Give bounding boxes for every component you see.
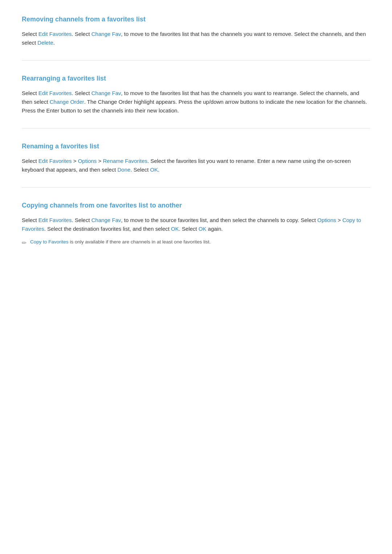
highlight-term: Copy to Favorites xyxy=(22,217,361,232)
section-renaming-favorites: Renaming a favorites listSelect Edit Fav… xyxy=(22,141,370,174)
highlight-term: OK xyxy=(150,167,158,173)
highlight-term: Options xyxy=(78,158,97,164)
section-removing-channels: Removing channels from a favorites listS… xyxy=(22,15,370,47)
section-body-removing-channels: Select Edit Favorites. Select Change Fav… xyxy=(22,30,370,47)
chevron-icon: > xyxy=(338,217,341,223)
section-divider xyxy=(22,128,370,128)
highlight-term: Options xyxy=(317,217,336,223)
section-title-rearranging-favorites: Rearranging a favorites list xyxy=(22,74,370,84)
section-title-copying-channels: Copying channels from one favorites list… xyxy=(22,201,370,211)
highlight-term: Delete xyxy=(37,40,53,46)
main-content: Removing channels from a favorites listS… xyxy=(22,15,370,247)
highlight-term: OK xyxy=(171,226,179,232)
section-copying-channels: Copying channels from one favorites list… xyxy=(22,201,370,248)
section-title-renaming-favorites: Renaming a favorites list xyxy=(22,141,370,152)
note-highlight-term: Copy to Favorites xyxy=(30,239,69,245)
chevron-icon: > xyxy=(73,158,77,164)
highlight-term: Edit Favorites xyxy=(38,90,72,96)
highlight-term: Edit Favorites xyxy=(38,217,72,223)
chevron-icon: > xyxy=(98,158,102,164)
highlight-term: Edit Favorites xyxy=(38,158,72,164)
highlight-term: Change Order xyxy=(50,99,84,105)
section-body-rearranging-favorites: Select Edit Favorites. Select Change Fav… xyxy=(22,89,370,115)
highlight-term: Edit Favorites xyxy=(38,31,72,37)
section-body-copying-channels: Select Edit Favorites. Select Change Fav… xyxy=(22,216,370,233)
section-divider xyxy=(22,60,370,61)
note-block: ✏Copy to Favorites is only available if … xyxy=(22,238,370,248)
pencil-icon: ✏ xyxy=(22,239,26,248)
section-title-removing-channels: Removing channels from a favorites list xyxy=(22,15,370,25)
section-body-renaming-favorites: Select Edit Favorites > Options > Rename… xyxy=(22,157,370,174)
highlight-term: Change Fav xyxy=(91,90,121,96)
highlight-term: Rename Favorites xyxy=(103,158,147,164)
note-text: Copy to Favorites is only available if t… xyxy=(30,238,211,246)
highlight-term: Change Fav xyxy=(91,31,121,37)
highlight-term: Done xyxy=(118,167,131,173)
section-rearranging-favorites: Rearranging a favorites listSelect Edit … xyxy=(22,74,370,115)
highlight-term: OK xyxy=(199,226,207,232)
highlight-term: Change Fav xyxy=(91,217,121,223)
section-divider xyxy=(22,187,370,188)
